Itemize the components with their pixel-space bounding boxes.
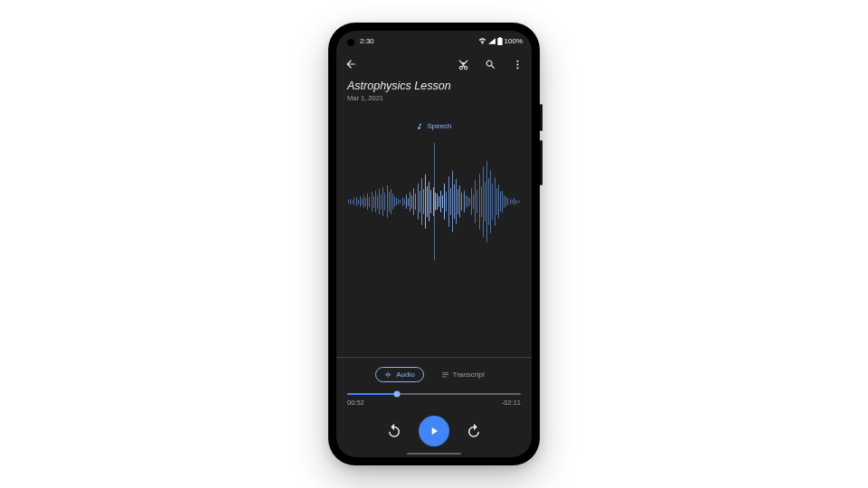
svg-point-2 [516, 67, 518, 69]
more-button[interactable] [510, 57, 524, 71]
wave-bar [382, 187, 383, 216]
wave-bar [369, 197, 370, 207]
wave-bar [420, 191, 420, 212]
play-icon [428, 425, 440, 437]
wave-bar [418, 183, 419, 220]
wave-bar [402, 197, 403, 206]
tab-transcript[interactable]: Transcript [433, 367, 493, 382]
wave-bar [392, 193, 393, 210]
forward-icon [466, 423, 482, 439]
seek-thumb[interactable] [393, 391, 400, 398]
side-button [540, 104, 542, 131]
wave-bar [352, 201, 353, 203]
wave-bar [408, 198, 409, 206]
wave-bar [481, 186, 482, 217]
search-button[interactable] [483, 57, 497, 71]
wave-bar [496, 188, 497, 215]
camera-hole [347, 39, 354, 46]
wave-bar [423, 189, 424, 214]
wave-bar [505, 196, 506, 207]
wave-bar [475, 180, 476, 223]
recording-date: Mar 1, 2021 [347, 94, 521, 102]
wave-bar [461, 192, 462, 211]
wave-bar [415, 193, 416, 210]
music-note-icon [416, 123, 423, 130]
wave-bar [515, 200, 516, 204]
battery-icon [497, 37, 503, 45]
wave-bar [492, 183, 493, 220]
wave-bar [384, 192, 385, 211]
wave-bar [363, 195, 364, 208]
wave-bar [517, 201, 518, 203]
wave-bar [348, 200, 349, 203]
wave-bar [429, 182, 429, 221]
wave-bar [448, 176, 449, 227]
crop-button[interactable] [456, 57, 470, 71]
wave-bar [512, 200, 513, 203]
svg-point-1 [516, 63, 518, 65]
wave-bar [510, 199, 511, 204]
wave-bar [387, 185, 388, 218]
wave-bar [444, 183, 445, 220]
screen: 2:30 100% [336, 31, 532, 457]
wave-bar [367, 193, 368, 210]
home-indicator[interactable] [407, 453, 461, 455]
playback-controls [347, 416, 521, 446]
wave-bar [498, 184, 499, 219]
waveform-area: Speech [336, 109, 532, 357]
wave-bar [389, 192, 390, 211]
wave-bar [495, 177, 495, 226]
seek-bar[interactable] [347, 393, 521, 395]
wave-bar [354, 198, 354, 205]
wave-bar [488, 178, 489, 225]
rewind-button[interactable] [386, 423, 402, 439]
wave-bar [473, 194, 474, 209]
back-button[interactable] [344, 57, 358, 71]
wave-bar [396, 198, 397, 205]
wave-bar [394, 196, 395, 207]
svg-point-0 [516, 60, 518, 61]
recording-title: Astrophysics Lesson [347, 80, 521, 92]
app-bar [336, 51, 532, 78]
wifi-icon [478, 38, 486, 44]
wave-bar [362, 199, 363, 205]
wave-bar [479, 174, 480, 230]
more-vert-icon [512, 59, 524, 70]
wave-bar [442, 195, 443, 208]
wave-bar [459, 185, 460, 218]
wave-bar [490, 170, 491, 233]
wave-bar [365, 198, 366, 206]
wave-bar [377, 195, 378, 209]
wave-bar [458, 189, 458, 214]
wave-bar [404, 199, 405, 205]
forward-button[interactable] [466, 423, 482, 439]
side-button [540, 140, 542, 185]
wave-bar [466, 195, 467, 208]
playback-panel: Audio Transcript 00:52 -02:11 [336, 357, 532, 457]
wave-bar [452, 171, 453, 232]
wave-bar [514, 198, 514, 205]
replay-icon [386, 423, 402, 439]
wave-bar [358, 200, 359, 204]
wave-bar [439, 196, 439, 207]
battery-pct: 100% [505, 37, 523, 45]
elapsed-time: 00:52 [347, 399, 364, 407]
wave-bar [450, 188, 451, 215]
wave-bar [483, 166, 484, 237]
time-row: 00:52 -02:11 [347, 399, 521, 407]
wave-bar [440, 191, 441, 212]
title-block: Astrophysics Lesson Mar 1, 2021 [336, 78, 532, 109]
wave-bar [471, 188, 472, 215]
search-icon [485, 59, 496, 70]
wave-bar [411, 195, 412, 209]
wave-bar [446, 192, 447, 211]
wave-bar [398, 199, 399, 204]
waveform[interactable] [348, 143, 520, 260]
speech-label: Speech [416, 122, 451, 130]
tab-audio[interactable]: Audio [375, 367, 423, 382]
status-icons: 100% [478, 37, 523, 45]
play-button[interactable] [419, 416, 449, 446]
wave-bar [486, 161, 487, 242]
wave-bar [504, 195, 505, 208]
wave-bar [381, 194, 382, 210]
